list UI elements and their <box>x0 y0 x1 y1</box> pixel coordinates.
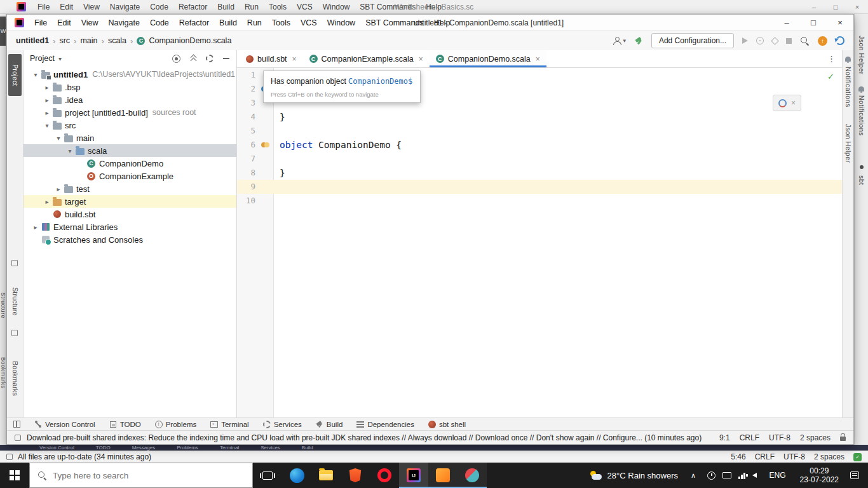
tree-item-companiondemo[interactable]: CompanionDemo <box>24 157 236 170</box>
tree-item-scratches-and-consoles[interactable]: Scratches and Consoles <box>24 233 236 246</box>
tree-item-untitled1[interactable]: untitled1C:\Users\AVYUKT\IdeaProjects\un… <box>24 68 236 81</box>
bg-menu-edit[interactable]: Edit <box>55 0 78 13</box>
tree-item-scala[interactable]: scala <box>24 144 236 157</box>
search-everywhere-icon[interactable] <box>800 36 810 46</box>
file-encoding[interactable]: UTF-8 <box>769 433 790 442</box>
toolwindow-todo[interactable]: TODO <box>109 421 141 428</box>
bg-menu-build[interactable]: Build <box>212 0 240 13</box>
hide-panel-icon[interactable] <box>222 55 230 62</box>
expand-arrow-icon[interactable] <box>43 109 51 116</box>
expand-arrow-icon[interactable] <box>31 71 40 78</box>
structure-stripe-tab[interactable]: Structure <box>11 287 19 316</box>
expand-arrow-icon[interactable] <box>54 186 63 193</box>
notification-center-icon[interactable] <box>850 471 859 479</box>
volume-tray-icon[interactable] <box>752 473 757 478</box>
menu-run[interactable]: Run <box>242 15 267 30</box>
tree-item-project-untitled1-build[interactable]: project [untitled1-build]sources root <box>24 106 236 119</box>
code-line-6[interactable]: 6object CompanionDemo { <box>237 138 842 152</box>
status-message[interactable]: Download pre-built shared indexes: Reduc… <box>27 433 714 442</box>
bg-menu-code[interactable]: Code <box>145 0 173 13</box>
minimize-icon[interactable] <box>773 15 800 30</box>
intellij-app-button[interactable] <box>399 463 428 488</box>
gear-icon[interactable] <box>206 55 214 62</box>
notifications-stripe-tab[interactable]: Notifications <box>844 67 852 107</box>
chevron-down-icon[interactable] <box>58 55 62 62</box>
close-tab-icon[interactable] <box>536 55 540 64</box>
more-tabs-icon[interactable] <box>827 54 836 64</box>
editor[interactable]: 1234}56object CompanionDemo {78}910 Has … <box>237 68 842 417</box>
opera-app-button[interactable] <box>370 463 399 488</box>
menu-window[interactable]: Window <box>322 15 360 30</box>
search-input[interactable] <box>53 471 245 480</box>
menu-help[interactable]: Help <box>429 15 456 30</box>
bg-menu-help[interactable]: Help <box>421 0 447 13</box>
menu-vcs[interactable]: VCS <box>295 15 322 30</box>
network-tray-icon[interactable] <box>738 472 745 479</box>
maximize-icon[interactable] <box>825 3 846 11</box>
tree-item-test[interactable]: test <box>24 182 236 195</box>
close-icon[interactable] <box>827 15 853 30</box>
clock-tray-icon[interactable] <box>707 471 715 480</box>
caret-position[interactable]: 9:1 <box>719 433 730 442</box>
toolwindow-terminal[interactable]: Terminal <box>210 421 248 428</box>
bg-menu-file[interactable]: File <box>32 0 55 13</box>
expand-arrow-icon[interactable] <box>43 97 51 104</box>
show-hidden-icons-button[interactable] <box>686 471 701 480</box>
code-line-10[interactable]: 10 <box>237 194 842 208</box>
reload-project-icon[interactable] <box>836 36 844 45</box>
background-encoding[interactable]: UTF-8 <box>783 452 805 461</box>
editor-tab-companiondemo-scala[interactable]: CompanionDemo.scala <box>430 50 546 67</box>
bookmarks-stripe-tab[interactable]: Bookmarks <box>11 361 19 396</box>
bg-menu-navigate[interactable]: Navigate <box>105 0 145 13</box>
status-square-icon[interactable] <box>6 454 13 460</box>
breadcrumb-item-scala[interactable]: scala <box>108 36 126 45</box>
code-line-5[interactable]: 5 <box>237 124 842 138</box>
expand-arrow-icon[interactable] <box>43 84 51 91</box>
background-structure-stripe[interactable]: Structure <box>0 292 6 318</box>
dark-app-button[interactable] <box>458 463 487 488</box>
json-helper-stripe-tab[interactable]: Json Helper <box>844 124 852 163</box>
expand-arrow-icon[interactable] <box>31 224 40 231</box>
menu-tools[interactable]: Tools <box>267 15 295 30</box>
background-line-separator[interactable]: CRLF <box>755 452 775 461</box>
project-panel-title[interactable]: Project <box>30 54 55 63</box>
toolwindow-services[interactable]: Services <box>263 421 302 428</box>
toolwindow-build[interactable]: Build <box>316 421 343 428</box>
tree-item-target[interactable]: target <box>24 195 236 208</box>
bg-menu-tools[interactable]: Tools <box>264 0 292 13</box>
close-icon[interactable] <box>791 98 796 107</box>
status-square-icon[interactable] <box>15 435 21 441</box>
toolwindows-icon[interactable] <box>13 421 20 428</box>
code-line-9[interactable]: 9 <box>237 180 842 194</box>
toolwindow-problems[interactable]: Problems <box>155 421 197 428</box>
background-sbt-stripe[interactable]: sbt <box>858 175 865 186</box>
breadcrumb-item-src[interactable]: src <box>59 36 70 45</box>
language-indicator[interactable]: ENG <box>763 471 792 480</box>
user-menu[interactable] <box>613 37 626 45</box>
close-icon[interactable] <box>846 3 868 11</box>
menu-view[interactable]: View <box>76 15 104 30</box>
expand-arrow-icon[interactable] <box>54 135 63 142</box>
bg-menu-view[interactable]: View <box>78 0 105 13</box>
orange-app-button[interactable] <box>428 463 458 488</box>
status-indicator-icon[interactable] <box>853 453 862 461</box>
tree-item-idea[interactable]: .idea <box>24 93 236 106</box>
brave-app-button[interactable] <box>341 463 370 488</box>
breadcrumb-item-untitled1[interactable]: untitled1 <box>16 36 49 45</box>
bg-menu-run[interactable]: Run <box>240 0 264 13</box>
menu-file[interactable]: File <box>29 15 52 30</box>
editor-tab-build-sbt[interactable]: build.sbt <box>240 50 303 67</box>
menu-navigate[interactable]: Navigate <box>104 15 145 30</box>
taskbar-search[interactable] <box>29 463 253 488</box>
expand-arrow-icon[interactable] <box>65 147 74 154</box>
background-notifications-stripe[interactable]: Notifications <box>858 95 865 136</box>
task-view-button[interactable] <box>253 463 282 488</box>
line-separator[interactable]: CRLF <box>740 433 759 442</box>
breadcrumb-item-main[interactable]: main <box>80 36 97 45</box>
code-line-7[interactable]: 7 <box>237 152 842 166</box>
run-icon[interactable] <box>742 37 748 44</box>
tree-item-src[interactable]: src <box>24 119 236 132</box>
coverage-icon[interactable] <box>771 37 779 45</box>
edge-app-button[interactable] <box>282 463 311 488</box>
tree-item-companionexample[interactable]: CompanionExample <box>24 170 236 182</box>
